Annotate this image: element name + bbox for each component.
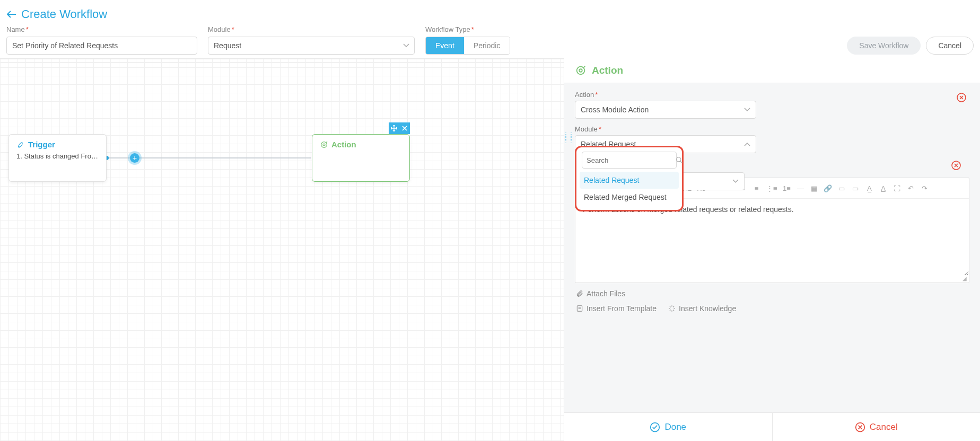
action-icon <box>575 65 587 76</box>
drag-handle-icon[interactable]: ⋮⋮⋮⋮⋮⋮ <box>564 133 574 143</box>
action-select[interactable]: Cross Module Action <box>575 101 756 119</box>
action-node[interactable]: Action <box>312 134 410 182</box>
resize-handle-icon[interactable]: ◢ <box>575 276 969 283</box>
module-select[interactable] <box>208 37 415 55</box>
node-mini-toolbar <box>389 122 410 134</box>
list-number-icon[interactable]: 1≡ <box>782 184 791 192</box>
cancel-button[interactable]: Cancel <box>926 37 974 55</box>
trigger-node[interactable]: Trigger 1. Status is changed From An... <box>8 134 107 182</box>
module-label: Module* <box>208 25 415 33</box>
close-circle-icon[interactable] <box>951 161 961 170</box>
template-icon <box>576 305 583 312</box>
font-format-icon[interactable]: A̲ <box>865 184 873 192</box>
chevron-up-icon <box>744 142 750 146</box>
dropdown-item-related-request[interactable]: Related Request <box>580 172 679 189</box>
video-icon[interactable]: ▭ <box>837 184 846 192</box>
name-input[interactable] <box>6 37 197 55</box>
wftype-event[interactable]: Event <box>426 37 464 54</box>
undo-icon[interactable]: ↶ <box>906 184 915 192</box>
trigger-title: Trigger <box>28 140 55 149</box>
paperclip-icon <box>576 290 583 297</box>
page-title: Create Workflow <box>21 7 107 21</box>
add-node-button[interactable]: + <box>130 153 139 163</box>
svg-point-2 <box>577 67 585 75</box>
trigger-body: 1. Status is changed From An... <box>16 152 99 160</box>
svg-point-1 <box>323 144 325 146</box>
wftype-periodic[interactable]: Periodic <box>464 37 510 54</box>
chevron-down-icon <box>732 179 739 183</box>
search-icon <box>676 156 683 164</box>
attach-files-link[interactable]: Attach Files <box>576 289 625 298</box>
action-field-label: Action* <box>575 91 756 99</box>
svg-point-3 <box>579 69 582 72</box>
save-workflow-button[interactable]: Save Workflow <box>847 37 921 55</box>
done-button[interactable]: Done <box>564 413 773 441</box>
redo-icon[interactable]: ↷ <box>920 184 929 192</box>
link-icon[interactable]: 🔗 <box>824 184 832 192</box>
fullscreen-icon[interactable]: ⛶ <box>892 184 901 192</box>
panel-title: Action <box>592 65 623 76</box>
move-icon[interactable] <box>389 122 399 134</box>
chevron-down-icon <box>403 43 409 48</box>
table-icon[interactable]: ▦ <box>810 184 818 192</box>
align-justify-icon[interactable]: ≡ <box>752 184 761 192</box>
action-node-title: Action <box>331 140 356 149</box>
module-dropdown: Related Request Related Merged Request <box>575 146 684 211</box>
svg-point-6 <box>677 157 681 162</box>
action-icon <box>320 140 328 149</box>
workflow-type-segmented: Event Periodic <box>425 37 510 55</box>
rocket-icon <box>16 140 25 149</box>
back-arrow-icon[interactable] <box>6 9 17 20</box>
insert-knowledge-link[interactable]: Insert Knowledge <box>668 304 736 313</box>
text-color-icon[interactable]: A <box>879 184 887 192</box>
list-bullet-icon[interactable]: ⋮≡ <box>766 184 777 192</box>
wftype-label: Workflow Type* <box>425 25 510 33</box>
module-field-label: Module* <box>575 125 756 133</box>
hr-icon[interactable]: — <box>796 184 804 192</box>
svg-point-0 <box>321 142 327 147</box>
dropdown-search-input[interactable] <box>587 156 676 164</box>
image-icon[interactable]: ▭ <box>851 184 860 192</box>
footer-cancel-button[interactable]: Cancel <box>773 413 981 441</box>
sparkle-icon <box>668 305 676 312</box>
insert-from-template-link[interactable]: Insert From Template <box>576 304 657 313</box>
chevron-down-icon <box>744 108 750 112</box>
dropdown-item-related-merged-request[interactable]: Related Merged Request <box>580 189 679 206</box>
name-label: Name* <box>6 25 197 33</box>
close-icon[interactable] <box>399 122 410 134</box>
close-circle-icon[interactable] <box>957 93 966 102</box>
